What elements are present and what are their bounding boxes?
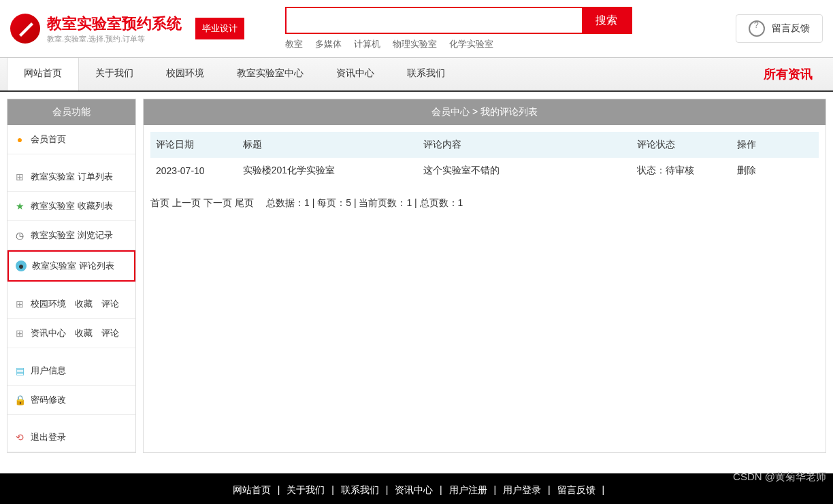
main-panel: 会员中心 > 我的评论列表 评论日期标题评论内容评论状态操作 2023-07-1… bbox=[143, 99, 826, 453]
search-tag[interactable]: 化学实验室 bbox=[449, 39, 493, 49]
sidebar-item[interactable]: ◷教室实验室 浏览记录 bbox=[7, 221, 135, 250]
page-link[interactable]: 尾页 bbox=[235, 197, 254, 208]
exit-icon: ⟲ bbox=[14, 432, 25, 443]
nav-item[interactable]: 联系我们 bbox=[391, 58, 461, 90]
doc-icon: ▤ bbox=[14, 365, 25, 376]
grid-icon: ⊞ bbox=[14, 328, 25, 339]
sidebar-item[interactable]: ●教室实验室 评论列表 bbox=[7, 250, 135, 282]
comment-icon: ● bbox=[16, 261, 27, 271]
footer-link[interactable]: 用户登录 bbox=[503, 484, 541, 495]
sidebar-item[interactable]: ⊞资讯中心 收藏 评论 bbox=[7, 319, 135, 348]
grid-icon: ⊞ bbox=[14, 171, 25, 182]
nav-all-news[interactable]: 所有资讯 bbox=[750, 58, 826, 90]
sidebar-item[interactable]: ★教室实验室 收藏列表 bbox=[7, 192, 135, 221]
lock-icon: 🔒 bbox=[14, 394, 25, 405]
search-section: 搜索 教室多媒体计算机物理实验室化学实验室 bbox=[285, 7, 632, 50]
cell-status: 状态：待审核 bbox=[632, 158, 732, 184]
nav-item[interactable]: 资讯中心 bbox=[320, 58, 391, 90]
footer-nav: 网站首页 | 关于我们 | 联系我们 | 资讯中心 | 用户注册 | 用户登录 … bbox=[0, 473, 833, 504]
delete-link[interactable]: 删除 bbox=[737, 165, 756, 175]
page-link[interactable]: 下一页 bbox=[203, 197, 232, 208]
footer-link[interactable]: 关于我们 bbox=[287, 484, 325, 495]
column-header: 评论日期 bbox=[150, 132, 238, 158]
search-tags: 教室多媒体计算机物理实验室化学实验室 bbox=[285, 38, 632, 50]
watermark: CSDN @黄菊华老师 bbox=[733, 471, 826, 484]
home-icon: ● bbox=[14, 134, 25, 145]
sidebar-item-label: 会员首页 bbox=[31, 133, 66, 146]
footer-link[interactable]: 用户注册 bbox=[449, 484, 487, 495]
search-tag[interactable]: 教室 bbox=[285, 39, 303, 49]
site-subtitle: 教室.实验室.选择.预约.订单等 bbox=[47, 34, 182, 44]
nav-item[interactable]: 网站首页 bbox=[7, 58, 79, 90]
footer-link[interactable]: 联系我们 bbox=[341, 484, 379, 495]
header: 教室实验室预约系统 教室.实验室.选择.预约.订单等 毕业设计 搜索 教室多媒体… bbox=[0, 0, 833, 57]
sidebar-item[interactable]: ▤用户信息 bbox=[7, 356, 135, 386]
column-header: 操作 bbox=[732, 132, 819, 158]
pagination: 首页上一页下一页尾页 总数据：1 | 每页：5 | 当前页数：1 | 总页数：1 bbox=[150, 197, 819, 209]
search-tag[interactable]: 多媒体 bbox=[315, 39, 342, 49]
footer-link[interactable]: 资讯中心 bbox=[395, 484, 433, 495]
sidebar-item-label: 教室实验室 评论列表 bbox=[32, 260, 114, 272]
footer-link[interactable]: 留言反馈 bbox=[557, 484, 595, 495]
headset-icon bbox=[749, 20, 765, 37]
page-link[interactable]: 上一页 bbox=[172, 197, 201, 208]
comments-table: 评论日期标题评论内容评论状态操作 2023-07-10实验楼201化学实验室这个… bbox=[150, 132, 819, 184]
feedback-button[interactable]: 留言反馈 bbox=[736, 14, 823, 43]
sidebar-title: 会员功能 bbox=[7, 99, 135, 125]
nav-item[interactable]: 教室实验室中心 bbox=[220, 58, 320, 90]
sidebar-item-label: 教室实验室 浏览记录 bbox=[31, 229, 113, 241]
column-header: 评论内容 bbox=[418, 132, 632, 158]
grid-icon: ⊞ bbox=[14, 299, 25, 309]
page-info: 总数据：1 | 每页：5 | 当前页数：1 | 总页数：1 bbox=[257, 197, 463, 208]
search-tag[interactable]: 物理实验室 bbox=[393, 39, 437, 49]
sidebar-item-label: 资讯中心 收藏 评论 bbox=[31, 327, 119, 339]
sidebar-item-label: 退出登录 bbox=[31, 431, 66, 443]
sidebar-item[interactable]: ⊞教室实验室 订单列表 bbox=[7, 163, 135, 192]
sidebar-item[interactable]: ⊞校园环境 收藏 评论 bbox=[7, 290, 135, 319]
nav-item[interactable]: 校园环境 bbox=[150, 58, 220, 90]
sidebar-item-label: 教室实验室 订单列表 bbox=[31, 171, 113, 183]
breadcrumb: 会员中心 > 我的评论列表 bbox=[144, 99, 826, 125]
star-icon: ★ bbox=[14, 201, 25, 212]
badge: 毕业设计 bbox=[195, 18, 244, 39]
sidebar-item[interactable]: ⟲退出登录 bbox=[7, 423, 135, 452]
cell-date: 2023-07-10 bbox=[150, 158, 238, 184]
table-row: 2023-07-10实验楼201化学实验室这个实验室不错的状态：待审核删除 bbox=[150, 158, 819, 184]
site-title: 教室实验室预约系统 bbox=[47, 14, 182, 34]
main-nav: 网站首页关于我们校园环境教室实验室中心资讯中心联系我们所有资讯 bbox=[0, 57, 833, 92]
sidebar-item-label: 校园环境 收藏 评论 bbox=[31, 298, 119, 310]
column-header: 标题 bbox=[238, 132, 418, 158]
cell-title: 实验楼201化学实验室 bbox=[238, 158, 418, 184]
sidebar-item-label: 教室实验室 收藏列表 bbox=[31, 200, 113, 212]
logo-icon bbox=[10, 14, 40, 44]
feedback-label: 留言反馈 bbox=[772, 22, 810, 35]
search-input[interactable] bbox=[287, 8, 582, 33]
logo-section: 教室实验室预约系统 教室.实验室.选择.预约.订单等 bbox=[10, 14, 182, 44]
page-link[interactable]: 首页 bbox=[150, 197, 169, 208]
column-header: 评论状态 bbox=[632, 132, 732, 158]
sidebar-item-label: 用户信息 bbox=[31, 365, 66, 377]
search-tag[interactable]: 计算机 bbox=[354, 39, 380, 49]
footer-link[interactable]: 网站首页 bbox=[233, 484, 271, 495]
nav-item[interactable]: 关于我们 bbox=[79, 58, 150, 90]
sidebar-item[interactable]: ●会员首页 bbox=[7, 125, 135, 154]
cell-content: 这个实验室不错的 bbox=[418, 158, 632, 184]
sidebar-item-label: 密码修改 bbox=[31, 394, 66, 406]
sidebar: 会员功能 ●会员首页⊞教室实验室 订单列表★教室实验室 收藏列表◷教室实验室 浏… bbox=[7, 99, 136, 453]
sidebar-item[interactable]: 🔒密码修改 bbox=[7, 386, 135, 415]
search-button[interactable]: 搜索 bbox=[582, 8, 631, 33]
clock-icon: ◷ bbox=[14, 230, 25, 241]
